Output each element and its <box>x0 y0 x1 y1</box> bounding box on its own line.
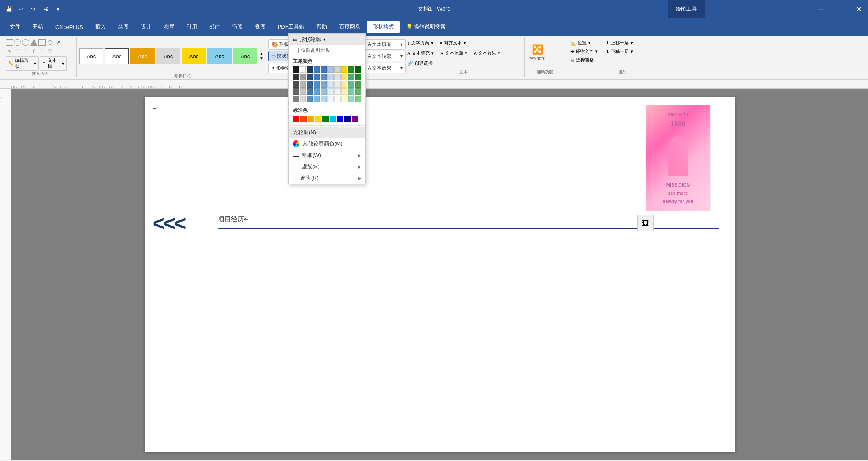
swatch-r2-8[interactable] <box>341 74 347 80</box>
swatch-r2-2[interactable] <box>300 74 306 80</box>
swatch-gold[interactable] <box>341 66 347 73</box>
menu-insert[interactable]: 插入 <box>90 21 112 33</box>
swatch-r2-10[interactable] <box>355 74 361 80</box>
text-fill2-btn[interactable]: A 文本填充 ▾ <box>405 49 436 57</box>
shape-triangle[interactable] <box>30 39 37 46</box>
shape-style-6[interactable]: Abc <box>207 48 232 64</box>
weight-item[interactable]: 粗细(W) ▶ <box>289 149 365 161</box>
swatch-r4-9[interactable] <box>348 88 354 95</box>
shape-arrow[interactable]: ↗ <box>55 39 62 46</box>
swatch-r3-3[interactable] <box>307 81 313 88</box>
save-btn[interactable]: 💾 <box>4 4 14 14</box>
swatch-r3-5[interactable] <box>321 81 327 88</box>
shape-freeform[interactable]: ∿ <box>6 48 13 54</box>
shape-bracket[interactable]: } <box>38 48 46 54</box>
swatch-med-blue[interactable] <box>321 66 327 73</box>
swatch-r2-7[interactable] <box>334 74 341 80</box>
swatch-green[interactable] <box>348 66 354 73</box>
edit-shape-btn[interactable]: ✏️ 编辑形状 ▾ <box>6 56 39 71</box>
swatch-r2-3[interactable] <box>307 74 313 80</box>
swatch-r5-10[interactable] <box>355 96 361 102</box>
text-outline2-btn[interactable]: A 文本轮廓 ▾ <box>438 49 469 57</box>
menu-layout[interactable]: 布局 <box>158 21 180 33</box>
shape-style-3[interactable]: Abc <box>130 48 155 64</box>
menu-file[interactable]: 文件 <box>4 21 26 33</box>
swatch-light-blue[interactable] <box>327 66 334 73</box>
align-text-btn[interactable]: ≡ 对齐文本 ▾ <box>437 39 468 47</box>
std-dark-blue[interactable] <box>344 116 351 122</box>
swatch-r4-6[interactable] <box>327 88 334 95</box>
std-blue[interactable] <box>337 116 343 122</box>
arrow-item[interactable]: → 箭头(R) ▶ <box>289 172 365 184</box>
std-orange[interactable] <box>308 116 314 122</box>
shape-style-scroll[interactable]: ▲ ▼ <box>259 51 264 61</box>
shape-arc[interactable]: ⌒ <box>14 48 21 54</box>
shape-line[interactable] <box>38 39 46 46</box>
menu-view[interactable]: 视图 <box>249 21 271 33</box>
shape-style-5[interactable]: Abc <box>182 48 206 64</box>
shape-wave[interactable]: ⌇ <box>22 48 29 54</box>
text-outline-btn[interactable]: A 文本轮廓 ▾ <box>365 51 406 61</box>
shape-rounded[interactable] <box>14 39 21 46</box>
swatch-white[interactable] <box>300 66 306 73</box>
swatch-r5-5[interactable] <box>321 96 327 102</box>
swatch-r3-6[interactable] <box>327 81 334 88</box>
menu-draw[interactable]: 绘图 <box>112 21 134 33</box>
wrap-text-btn[interactable]: ⇥ 环绕文字 ▾ <box>568 48 600 55</box>
position-btn[interactable]: 📐 位置 ▾ <box>568 39 600 47</box>
select-pane-btn[interactable]: ▤ 选择窗格 <box>568 56 600 64</box>
std-cyan[interactable] <box>330 116 336 122</box>
doc-area[interactable]: ↵ start with 1880 MISS DION see more bea… <box>11 89 868 460</box>
swatch-r5-3[interactable] <box>307 96 313 102</box>
text-fill-btn[interactable]: A 文本填充 ▾ <box>365 39 406 50</box>
shape-brace[interactable]: { <box>30 48 37 54</box>
swatch-r2-5[interactable] <box>321 74 327 80</box>
menu-review[interactable]: 审阅 <box>226 21 248 33</box>
swatch-light-gray[interactable] <box>334 66 341 73</box>
redo-btn[interactable]: ↪ <box>29 4 38 14</box>
swatch-r3-10[interactable] <box>355 81 361 88</box>
menu-officeplus[interactable]: OfficePLUS <box>50 22 89 33</box>
text-effect2-btn[interactable]: A 文本效果 ▾ <box>471 49 503 57</box>
menu-search[interactable]: 💡 操作说明搜索 <box>400 21 452 33</box>
shape-more[interactable]: ⬡ <box>46 39 54 46</box>
text-direction-btn[interactable]: ↕ 文字方向 ▾ <box>405 39 436 47</box>
swatch-r5-4[interactable] <box>314 96 320 102</box>
swatch-r4-8[interactable] <box>341 88 347 95</box>
menu-pdf[interactable]: PDF工具箱 <box>272 21 310 33</box>
undo-btn[interactable]: ↩ <box>16 4 26 14</box>
menu-mailings[interactable]: 邮件 <box>204 21 226 33</box>
swatch-r5-6[interactable] <box>327 96 334 102</box>
dash-item[interactable]: - - - 虚线(S) ▶ <box>289 161 365 172</box>
std-orange-red[interactable] <box>300 116 307 122</box>
bring-forward-btn[interactable]: ⬆ 上移一层 ▾ <box>603 39 635 47</box>
menu-baidu[interactable]: 百度网盘 <box>334 21 366 33</box>
swatch-r5-1[interactable] <box>293 96 299 102</box>
std-yellow[interactable] <box>315 116 321 122</box>
more-btn[interactable]: ▾ <box>53 4 63 14</box>
text-effect-btn[interactable]: A 文本效果 ▾ <box>365 63 406 73</box>
other-colors-item[interactable]: 其他轮廓颜色(M)... <box>289 138 365 149</box>
send-backward-btn[interactable]: ⬇ 下移一层 ▾ <box>603 48 635 55</box>
shape-style-1[interactable]: Abc <box>79 48 103 64</box>
swatch-r3-9[interactable] <box>348 81 354 88</box>
swatch-r2-6[interactable] <box>327 74 334 80</box>
swatch-r5-9[interactable] <box>348 96 354 102</box>
menu-help[interactable]: 帮助 <box>311 21 333 33</box>
swatch-r5-8[interactable] <box>341 96 347 102</box>
menu-home[interactable]: 开始 <box>27 21 49 33</box>
swatch-r3-7[interactable] <box>334 81 341 88</box>
swatch-r3-4[interactable] <box>314 81 320 88</box>
swatch-r4-2[interactable] <box>300 88 306 95</box>
create-link-btn[interactable]: 🔗 创建链接 <box>405 59 435 67</box>
minimize-btn[interactable]: — <box>812 0 831 18</box>
swatch-r3-2[interactable] <box>300 81 306 88</box>
maximize-btn[interactable]: □ <box>831 0 849 18</box>
swatch-r2-4[interactable] <box>314 74 320 80</box>
swatch-r4-10[interactable] <box>355 88 361 95</box>
swatch-r5-7[interactable] <box>334 96 341 102</box>
menu-design[interactable]: 设计 <box>135 21 157 33</box>
swatch-r2-1[interactable] <box>293 74 299 80</box>
std-red[interactable] <box>293 116 299 122</box>
no-outline-item[interactable]: 无轮廓(N) <box>289 127 365 138</box>
